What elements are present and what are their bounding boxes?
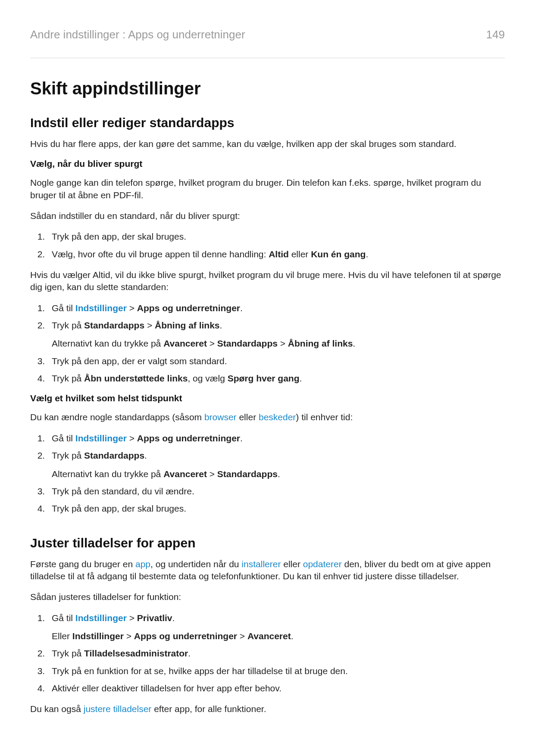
list-item: Gå til Indstillinger > Apps og underretn…	[47, 432, 505, 444]
list-item: Tryk på den app, der er valgt som standa…	[47, 355, 505, 367]
list-item: Tryk på Standardapps. Alternativt kan du…	[47, 450, 505, 480]
subheading-anytime: Vælg et hvilket som helst tidspunkt	[30, 393, 505, 403]
link-settings[interactable]: Indstillinger	[75, 433, 127, 443]
body-text: Du kan ændre nogle standardapps (såsom b…	[30, 411, 505, 423]
link-settings[interactable]: Indstillinger	[75, 613, 127, 623]
list-item: Tryk på en funktion for at se, hvilke ap…	[47, 665, 505, 677]
body-text: Sådan indstiller du en standard, når du …	[30, 210, 505, 222]
link-browser[interactable]: browser	[204, 412, 237, 422]
list-item: Gå til Indstillinger > Privatliv. Eller …	[47, 612, 505, 643]
link-messages[interactable]: beskeder	[259, 412, 296, 422]
subheading-when-asked: Vælg, når du bliver spurgt	[30, 159, 505, 169]
page-header: Andre indstillinger : Apps og underretni…	[30, 28, 505, 41]
header-divider	[30, 58, 505, 58]
body-text: Hvis du vælger Altid, vil du ikke blive …	[30, 269, 505, 294]
link-adjust-permissions[interactable]: justere tilladelser	[84, 704, 152, 714]
ordered-list: Gå til Indstillinger > Apps og underretn…	[30, 302, 505, 385]
body-text: Nogle gange kan din telefon spørge, hvil…	[30, 177, 505, 201]
list-item: Tryk på den app, der skal bruges.	[47, 231, 505, 243]
list-item: Tryk på den app, der skal bruges.	[47, 503, 505, 515]
link-settings[interactable]: Indstillinger	[75, 303, 127, 313]
ordered-list: Gå til Indstillinger > Apps og underretn…	[30, 432, 505, 515]
section-heading-permissions: Juster tilladelser for appen	[30, 536, 505, 550]
body-text: Første gang du bruger en app, og underti…	[30, 558, 505, 583]
page-number: 149	[486, 28, 505, 41]
list-subtext: Alternativt kan du trykke på Avanceret >…	[52, 337, 505, 350]
list-item: Aktivér eller deaktiver tilladelsen for …	[47, 682, 505, 694]
page-title: Skift appindstillinger	[30, 79, 505, 98]
ordered-list: Tryk på den app, der skal bruges. Vælg, …	[30, 231, 505, 260]
body-text: Sådan justeres tilladelser for funktion:	[30, 591, 505, 603]
breadcrumb: Andre indstillinger : Apps og underretni…	[30, 28, 245, 41]
list-item: Tryk på Standardapps > Åbning af links. …	[47, 319, 505, 350]
link-app[interactable]: app	[135, 559, 150, 569]
link-update[interactable]: opdaterer	[303, 559, 342, 569]
ordered-list: Gå til Indstillinger > Privatliv. Eller …	[30, 612, 505, 695]
intro-text: Hvis du har flere apps, der kan gøre det…	[30, 138, 505, 150]
list-item: Tryk på Tilladelsesadministrator.	[47, 647, 505, 659]
list-subtext: Alternativt kan du trykke på Avanceret >…	[52, 468, 505, 480]
list-item: Tryk på den standard, du vil ændre.	[47, 485, 505, 497]
link-install[interactable]: installerer	[241, 559, 281, 569]
section-heading-default-apps: Indstil eller rediger standardapps	[30, 116, 505, 130]
list-subtext: Eller Indstillinger > Apps og underretni…	[52, 630, 505, 642]
body-text: Du kan også justere tilladelser efter ap…	[30, 703, 505, 715]
list-item: Gå til Indstillinger > Apps og underretn…	[47, 302, 505, 314]
list-item: Tryk på Åbn understøttede links, og vælg…	[47, 372, 505, 384]
list-item: Vælg, hvor ofte du vil bruge appen til d…	[47, 248, 505, 260]
